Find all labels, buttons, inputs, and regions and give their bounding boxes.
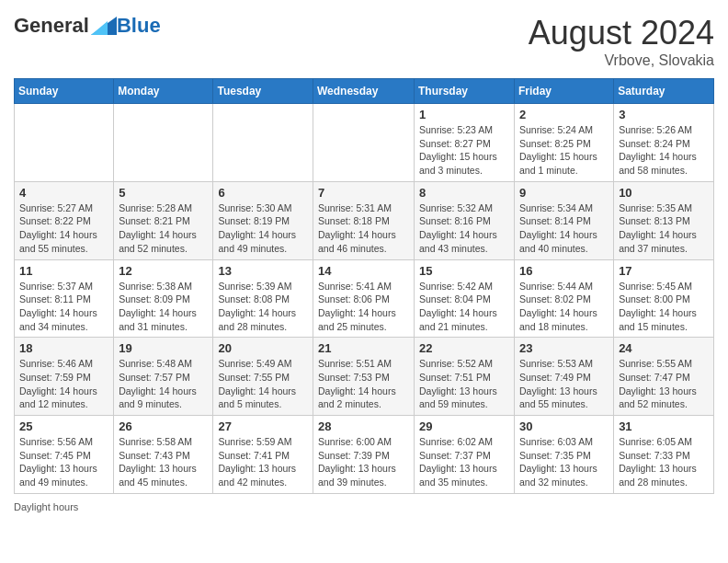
calendar-cell: 18Sunrise: 5:46 AMSunset: 7:59 PMDayligh… [15, 338, 114, 416]
weekday-header: Wednesday [313, 79, 415, 104]
day-number: 17 [619, 264, 709, 278]
day-info: Sunrise: 5:38 AMSunset: 8:09 PMDaylight:… [119, 280, 208, 334]
calendar-cell [114, 104, 213, 182]
logo: General Blue [14, 14, 161, 38]
day-number: 21 [318, 341, 409, 355]
calendar-cell: 4Sunrise: 5:27 AMSunset: 8:22 PMDaylight… [15, 181, 114, 259]
calendar-cell: 13Sunrise: 5:39 AMSunset: 8:08 PMDayligh… [213, 259, 313, 338]
day-number: 6 [218, 186, 308, 200]
day-number: 5 [119, 186, 208, 200]
day-number: 31 [619, 419, 709, 433]
day-info: Sunrise: 5:42 AMSunset: 8:04 PMDaylight:… [419, 280, 509, 334]
day-number: 8 [419, 186, 509, 200]
day-number: 23 [519, 341, 609, 355]
day-number: 10 [619, 186, 709, 200]
day-info: Sunrise: 5:49 AMSunset: 7:55 PMDaylight:… [218, 357, 308, 411]
svg-marker-1 [91, 21, 108, 35]
weekday-header: Sunday [15, 79, 114, 104]
day-number: 2 [519, 108, 609, 121]
day-info: Sunrise: 5:28 AMSunset: 8:21 PMDaylight:… [119, 201, 208, 256]
calendar-cell: 26Sunrise: 5:58 AMSunset: 7:43 PMDayligh… [114, 416, 213, 494]
calendar-cell [213, 104, 313, 182]
calendar-cell: 21Sunrise: 5:51 AMSunset: 7:53 PMDayligh… [313, 338, 415, 416]
day-number: 27 [218, 419, 308, 433]
calendar-cell: 3Sunrise: 5:26 AMSunset: 8:24 PMDaylight… [614, 104, 714, 182]
day-info: Sunrise: 5:27 AMSunset: 8:22 PMDaylight:… [19, 201, 108, 256]
day-number: 29 [419, 419, 509, 433]
day-info: Sunrise: 5:23 AMSunset: 8:27 PMDaylight:… [419, 123, 509, 178]
calendar-cell: 25Sunrise: 5:56 AMSunset: 7:45 PMDayligh… [15, 416, 114, 494]
calendar-table: SundayMondayTuesdayWednesdayThursdayFrid… [14, 78, 714, 494]
weekday-header: Saturday [614, 79, 714, 104]
day-info: Sunrise: 5:51 AMSunset: 7:53 PMDaylight:… [318, 357, 409, 411]
calendar-cell: 2Sunrise: 5:24 AMSunset: 8:25 PMDaylight… [515, 104, 614, 182]
calendar-cell: 28Sunrise: 6:00 AMSunset: 7:39 PMDayligh… [313, 416, 415, 494]
calendar-week-row: 4Sunrise: 5:27 AMSunset: 8:22 PMDaylight… [15, 181, 714, 259]
day-number: 14 [318, 264, 409, 278]
day-info: Sunrise: 5:32 AMSunset: 8:16 PMDaylight:… [419, 201, 509, 256]
day-info: Sunrise: 6:05 AMSunset: 7:33 PMDaylight:… [619, 435, 709, 489]
day-number: 19 [119, 341, 208, 355]
weekday-header: Monday [114, 79, 213, 104]
calendar-cell: 19Sunrise: 5:48 AMSunset: 7:57 PMDayligh… [114, 338, 213, 416]
day-info: Sunrise: 5:56 AMSunset: 7:45 PMDaylight:… [19, 435, 108, 489]
day-number: 18 [19, 341, 108, 355]
calendar-cell: 10Sunrise: 5:35 AMSunset: 8:13 PMDayligh… [614, 181, 714, 259]
day-number: 26 [119, 419, 208, 433]
calendar-cell: 17Sunrise: 5:45 AMSunset: 8:00 PMDayligh… [614, 259, 714, 338]
calendar-cell: 20Sunrise: 5:49 AMSunset: 7:55 PMDayligh… [213, 338, 313, 416]
weekday-header: Friday [515, 79, 614, 104]
day-number: 22 [419, 341, 509, 355]
calendar-cell: 5Sunrise: 5:28 AMSunset: 8:21 PMDaylight… [114, 181, 213, 259]
day-number: 16 [519, 264, 609, 278]
calendar-week-row: 1Sunrise: 5:23 AMSunset: 8:27 PMDaylight… [15, 104, 714, 182]
calendar-cell: 15Sunrise: 5:42 AMSunset: 8:04 PMDayligh… [415, 259, 515, 338]
page-header: General Blue August 2024 Vrbove, Slovaki… [14, 14, 714, 69]
day-info: Sunrise: 5:41 AMSunset: 8:06 PMDaylight:… [318, 280, 409, 334]
calendar-cell: 16Sunrise: 5:44 AMSunset: 8:02 PMDayligh… [515, 259, 614, 338]
day-info: Sunrise: 5:26 AMSunset: 8:24 PMDaylight:… [619, 123, 709, 178]
calendar-cell [313, 104, 415, 182]
calendar-cell: 8Sunrise: 5:32 AMSunset: 8:16 PMDaylight… [415, 181, 515, 259]
day-number: 15 [419, 264, 509, 278]
day-info: Sunrise: 5:34 AMSunset: 8:14 PMDaylight:… [519, 201, 609, 256]
calendar-cell: 14Sunrise: 5:41 AMSunset: 8:06 PMDayligh… [313, 259, 415, 338]
day-info: Sunrise: 5:45 AMSunset: 8:00 PMDaylight:… [619, 280, 709, 334]
day-number: 28 [318, 419, 409, 433]
day-number: 12 [119, 264, 208, 278]
logo-blue-text: Blue [117, 14, 161, 38]
logo-general-text: General [14, 14, 89, 38]
calendar-cell: 22Sunrise: 5:52 AMSunset: 7:51 PMDayligh… [415, 338, 515, 416]
day-info: Sunrise: 5:31 AMSunset: 8:18 PMDaylight:… [318, 201, 409, 256]
calendar-cell: 9Sunrise: 5:34 AMSunset: 8:14 PMDaylight… [515, 181, 614, 259]
day-info: Sunrise: 5:24 AMSunset: 8:25 PMDaylight:… [519, 123, 609, 178]
day-info: Sunrise: 5:46 AMSunset: 7:59 PMDaylight:… [19, 357, 108, 411]
day-info: Sunrise: 5:30 AMSunset: 8:19 PMDaylight:… [218, 201, 308, 256]
day-info: Sunrise: 5:53 AMSunset: 7:49 PMDaylight:… [519, 357, 609, 411]
day-number: 20 [218, 341, 308, 355]
calendar-week-row: 18Sunrise: 5:46 AMSunset: 7:59 PMDayligh… [15, 338, 714, 416]
location-subtitle: Vrbove, Slovakia [529, 52, 714, 69]
day-info: Sunrise: 5:39 AMSunset: 8:08 PMDaylight:… [218, 280, 308, 334]
day-info: Sunrise: 6:03 AMSunset: 7:35 PMDaylight:… [519, 435, 609, 489]
day-number: 1 [419, 108, 509, 121]
calendar-cell: 6Sunrise: 5:30 AMSunset: 8:19 PMDaylight… [213, 181, 313, 259]
logo-icon [91, 17, 117, 35]
day-info: Sunrise: 6:02 AMSunset: 7:37 PMDaylight:… [419, 435, 509, 489]
day-info: Sunrise: 5:44 AMSunset: 8:02 PMDaylight:… [519, 280, 609, 334]
weekday-header: Thursday [415, 79, 515, 104]
calendar-cell: 1Sunrise: 5:23 AMSunset: 8:27 PMDaylight… [415, 104, 515, 182]
day-info: Sunrise: 5:35 AMSunset: 8:13 PMDaylight:… [619, 201, 709, 256]
day-number: 11 [19, 264, 108, 278]
day-number: 3 [619, 108, 709, 121]
day-number: 24 [619, 341, 709, 355]
calendar-week-row: 11Sunrise: 5:37 AMSunset: 8:11 PMDayligh… [15, 259, 714, 338]
weekday-header: Tuesday [213, 79, 313, 104]
day-number: 9 [519, 186, 609, 200]
day-info: Sunrise: 5:52 AMSunset: 7:51 PMDaylight:… [419, 357, 509, 411]
calendar-cell: 30Sunrise: 6:03 AMSunset: 7:35 PMDayligh… [515, 416, 614, 494]
day-number: 13 [218, 264, 308, 278]
calendar-cell: 27Sunrise: 5:59 AMSunset: 7:41 PMDayligh… [213, 416, 313, 494]
weekday-header-row: SundayMondayTuesdayWednesdayThursdayFrid… [15, 79, 714, 104]
title-block: August 2024 Vrbove, Slovakia [529, 14, 714, 69]
